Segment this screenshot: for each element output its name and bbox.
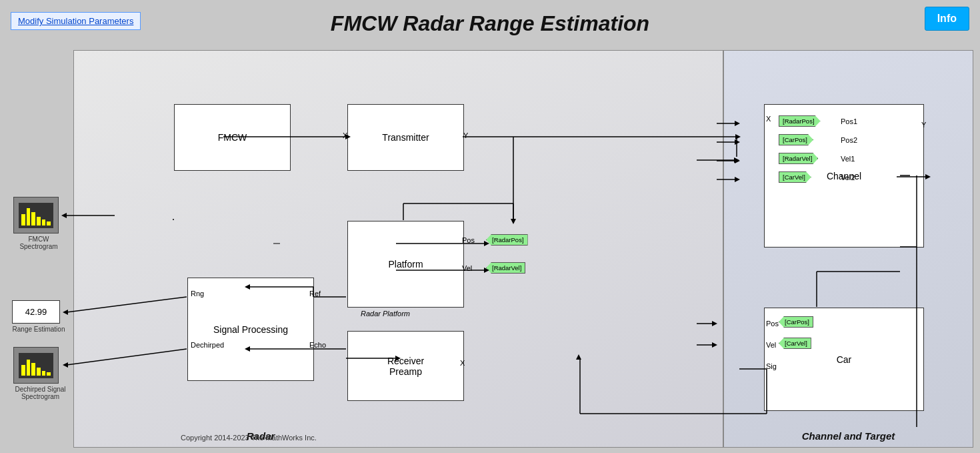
car-vel-out-label: [CarVel] <box>785 340 807 347</box>
dechirped-spectrogram-block[interactable] <box>13 347 59 384</box>
radar-pos-channel-label: [RadarPos] <box>783 117 815 125</box>
car-sig-port: Sig <box>766 362 777 370</box>
channel-pos1-port: Pos1 <box>841 117 857 125</box>
diagram-container: FMCW Spectrogram 42.99 Range Estimation … <box>7 50 973 448</box>
sp-rng-port: Rng <box>191 290 204 298</box>
transmitter-label: Transmitter <box>382 132 429 143</box>
dechirped-spectrogram-label: Dechirped Signal Spectrogram <box>9 386 72 400</box>
car-vel-port: Vel <box>766 341 776 349</box>
signal-processing-block[interactable]: Signal Processing <box>187 278 314 381</box>
car-pos-out-tag[interactable]: [CarPos] <box>779 316 813 328</box>
range-estimation-display[interactable]: 42.99 <box>12 300 60 324</box>
fmcw-block[interactable]: FMCW <box>174 104 291 171</box>
car-vel-out-tag[interactable]: [CarVel] <box>779 338 811 349</box>
radar-subsystem: FMCW Transmitter X Y Platform Pos Vel Ra… <box>73 50 723 448</box>
sp-echo-port: Echo <box>309 341 326 349</box>
platform-pos-port: Pos <box>462 236 475 244</box>
modify-simulation-button[interactable]: Modify Simulation Parameters <box>11 12 141 30</box>
header: Modify Simulation Parameters FMCW Radar … <box>0 0 980 47</box>
radar-pos-channel-tag[interactable]: [RadarPos] <box>779 115 821 127</box>
info-button[interactable]: Info <box>925 7 969 31</box>
page-title: FMCW Radar Range Estimation <box>331 11 649 36</box>
range-estimation-label: Range Estimation <box>9 326 69 333</box>
platform-block[interactable]: Platform <box>347 221 464 308</box>
channel-x-port: X <box>766 115 771 123</box>
channel-vel1-port: Vel1 <box>841 155 855 163</box>
receiver-x-port: X <box>460 359 465 367</box>
radar-vel-tag-label: [RadarVel] <box>492 264 521 272</box>
sp-dechirped-port: Dechirped <box>191 341 224 349</box>
channel-y-port: Y <box>921 121 926 129</box>
channel-subsystem: Channel X Y Pos1 Pos2 Vel1 Vel2 [RadarPo… <box>723 50 973 448</box>
platform-label: Platform <box>388 259 423 270</box>
transmitter-x-port: X <box>343 131 347 139</box>
transmitter-y-port: Y <box>463 131 468 139</box>
range-value: 42.99 <box>25 307 47 317</box>
sp-ref-port: Ref <box>309 290 321 298</box>
car-pos-channel-tag[interactable]: [CarPos] <box>779 134 813 145</box>
receiver-preamp-block[interactable]: Receiver Preamp <box>347 331 464 401</box>
channel-vel2-port: Vel2 <box>841 173 855 181</box>
car-vel-channel-label: [CarVel] <box>783 173 805 181</box>
radar-pos-tag-label: [RadarPos] <box>492 236 524 244</box>
radar-pos-tag-out[interactable]: [RadarPos] <box>486 234 528 246</box>
channel-pos2-port: Pos2 <box>841 136 857 144</box>
car-pos-channel-label: [CarPos] <box>783 136 807 143</box>
fmcw-spectrogram-label: FMCW Spectrogram <box>9 236 69 250</box>
copyright-text: Copyright 2014-2023 The MathWorks Inc. <box>181 434 317 442</box>
platform-vel-port: Vel <box>462 264 472 272</box>
receiver-preamp-label: Receiver Preamp <box>387 356 424 377</box>
radar-vel-channel-label: [RadarVel] <box>783 155 812 162</box>
radar-vel-tag-out[interactable]: [RadarVel] <box>486 262 525 274</box>
fmcw-spectrogram-block[interactable] <box>13 197 59 234</box>
car-label: Car <box>837 354 852 365</box>
signal-processing-label: Signal Processing <box>213 324 288 335</box>
transmitter-block[interactable]: Transmitter <box>347 104 464 171</box>
radar-platform-label: Radar Platform <box>361 310 410 318</box>
fmcw-label: FMCW <box>218 132 247 143</box>
car-pos-port: Pos <box>766 320 779 328</box>
channel-subsystem-label: Channel and Target <box>802 430 895 442</box>
left-sidebar: FMCW Spectrogram 42.99 Range Estimation … <box>7 50 73 448</box>
car-vel-channel-tag[interactable]: [CarVel] <box>779 171 811 183</box>
radar-vel-channel-tag[interactable]: [RadarVel] <box>779 153 818 164</box>
